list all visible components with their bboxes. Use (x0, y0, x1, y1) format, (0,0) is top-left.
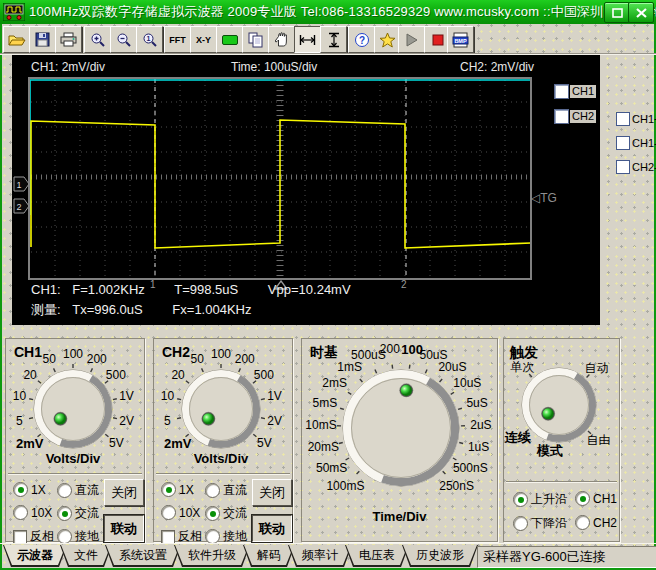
app-icon (3, 3, 25, 21)
trigger-rising-radio[interactable]: 上升沿 (513, 491, 567, 508)
knob-indicator-led (542, 408, 554, 420)
timebase-panel-title: 时基 (310, 344, 338, 362)
time-header: Time: 100uS/div (231, 60, 317, 74)
readout2-prefix: 测量: (31, 302, 61, 317)
tab-voltmeter[interactable]: 电压表 (345, 545, 409, 567)
run-button[interactable] (398, 26, 425, 53)
dial-label: 10mS (305, 418, 336, 432)
knob-indicator-led (54, 413, 66, 425)
measure-vertical-button[interactable] (320, 26, 347, 53)
cursor2-label[interactable]: 2 (401, 279, 407, 290)
trace-color-button[interactable] (216, 26, 243, 53)
dial-label: 2mV (16, 435, 43, 450)
help-button[interactable]: ? (348, 26, 375, 53)
ch1-panel: CH1 Volts/Div 1X 10X 反相 直流 交流 接地 关闭 联动 2… (5, 338, 145, 542)
trigger-source-ch2-radio[interactable]: CH2 (575, 515, 617, 530)
close-button[interactable] (628, 2, 654, 23)
trigger-source-ch1-radio[interactable]: CH1 (575, 491, 617, 506)
svg-text:1: 1 (16, 180, 21, 190)
tab-history-waveform[interactable]: 历史波形 (402, 545, 478, 567)
ch2-ac-radio[interactable]: 交流 (205, 505, 247, 522)
ch2-visibility-group: CH2 (554, 109, 596, 124)
maximize-button[interactable] (604, 2, 630, 23)
tab-oscilloscope[interactable]: 示波器 (3, 545, 67, 567)
tab-decode[interactable]: 解码 (243, 545, 295, 567)
favorite-button[interactable] (374, 26, 401, 53)
ch2-panel-divider (156, 473, 290, 475)
window-title: 100MHz双踪数字存储虚拟示波器 2009专业版 Tel:086-133165… (29, 3, 656, 21)
horizontal-measure-icon (299, 34, 316, 46)
tab-file[interactable]: 文件 (60, 545, 112, 567)
measure-horizontal-button[interactable] (294, 26, 321, 53)
tab-system-settings[interactable]: 系统设置 (105, 545, 181, 567)
save-bmp-button[interactable]: BMP (447, 26, 474, 53)
dial-label: 5uS (466, 396, 487, 410)
ch1-dc-radio[interactable]: 直流 (57, 482, 99, 499)
dial-label: 2mS (322, 376, 347, 390)
measurement-readout-2: 测量: Tx=996.0uS Fx=1.004KHz (31, 301, 277, 319)
zoom-one-icon: 1 (142, 32, 158, 48)
pan-button[interactable] (268, 26, 295, 53)
math-ch1-plus-label: CH1+ (632, 113, 656, 125)
open-file-button[interactable] (3, 26, 30, 53)
math-ch2-minus-label: CH2- (632, 161, 656, 173)
dial-label: 2V (119, 414, 134, 428)
ch1-ac-radio[interactable]: 交流 (57, 505, 99, 522)
ch1-visibility-checkbox[interactable] (554, 84, 569, 99)
math-ch1-minus-checkbox[interactable] (616, 136, 630, 150)
copy-button[interactable] (242, 26, 269, 53)
dial-label: 500 (106, 368, 126, 382)
dial-label: 5V (257, 436, 272, 450)
math-ch1-plus-checkbox[interactable] (616, 112, 630, 126)
bmp-icon: BMP (452, 32, 469, 48)
dial-label: 5V (109, 436, 124, 450)
ch2-close-button[interactable]: 关闭 (252, 479, 292, 506)
ch1-link-button[interactable]: 联动 (104, 515, 144, 542)
trigger-level-marker[interactable]: ◁TG (531, 191, 557, 205)
timebase-knob[interactable] (335, 362, 467, 494)
print-button[interactable] (55, 26, 82, 53)
svg-text:BMP: BMP (454, 37, 467, 43)
tab-frequency-counter[interactable]: 频率计 (288, 545, 352, 567)
dial-label: 5mS (313, 396, 338, 410)
xy-label: X-Y (196, 35, 211, 45)
ch1-position-marker[interactable]: 1 (13, 176, 31, 192)
xy-mode-button[interactable]: X-Y (190, 26, 217, 53)
svg-text:2: 2 (16, 202, 21, 212)
fft-label: FFT (169, 35, 186, 45)
ch2-link-button[interactable]: 联动 (252, 515, 292, 542)
ch1-close-button[interactable]: 关闭 (104, 479, 144, 506)
zoom-in-button[interactable] (84, 26, 111, 53)
zoom-in-icon (90, 32, 106, 48)
math-ch2-minus-group: CH2- (616, 160, 656, 174)
readout1-frequency: F=1.002KHz (72, 282, 145, 297)
ch2-panel-title: CH2 (162, 344, 190, 360)
save-button[interactable] (29, 26, 56, 53)
svg-text:1: 1 (146, 35, 150, 42)
ch2-probe-1x-radio[interactable]: 1X (161, 482, 194, 497)
ch2-visibility-checkbox[interactable] (554, 109, 569, 124)
app-window: 100MHz双踪数字存储虚拟示波器 2009专业版 Tel:086-133165… (0, 0, 656, 570)
zoom-out-button[interactable] (110, 26, 137, 53)
tab-software-upgrade[interactable]: 软件升级 (174, 545, 250, 567)
math-ch2-minus-checkbox[interactable] (616, 160, 630, 174)
fft-button[interactable]: FFT (164, 26, 191, 53)
ch2-position-marker[interactable]: 2 (13, 198, 31, 214)
ch2-probe-10x-radio[interactable]: 10X (161, 505, 200, 520)
trigger-falling-radio[interactable]: 下降沿 (513, 515, 567, 532)
zoom-reset-button[interactable]: 1 (136, 26, 163, 53)
waveform-plot[interactable] (28, 77, 532, 280)
readout1-vpp: Vpp=10.24mV (268, 282, 351, 297)
dial-label: 2mV (164, 435, 191, 450)
ch1-visibility-group: CH1 (554, 84, 596, 99)
stop-icon (432, 34, 444, 46)
dial-label: 20 (171, 368, 184, 382)
ch1-probe-10x-radio[interactable]: 10X (13, 505, 52, 520)
ch1-probe-1x-radio[interactable]: 1X (13, 482, 46, 497)
trigger-panel-divider (506, 481, 617, 483)
ch2-dc-radio[interactable]: 直流 (205, 482, 247, 499)
help-icon: ? (354, 32, 370, 48)
measurement-readout-1: CH1: F=1.002KHz T=998.5uS Vpp=10.24mV (31, 282, 377, 297)
dial-label: 200 (380, 342, 400, 356)
ch1-legend-label: CH1 (570, 85, 596, 98)
